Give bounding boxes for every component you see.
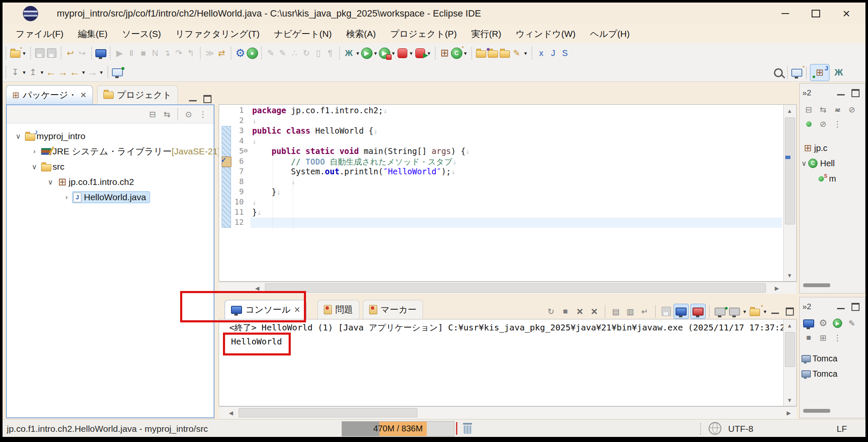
menu-source[interactable]: ソース(S) [115,25,168,42]
outline-minimize-button[interactable] [834,87,848,98]
new-wizard-button[interactable]: * [9,45,21,61]
scroll-right-icon[interactable]: ▶ [783,407,795,419]
forward-icon[interactable]: → [86,64,98,80]
tree-item-project[interactable]: ∨ J myproj_intro [7,129,214,144]
outline-item-method[interactable]: S m [800,171,865,186]
expander-icon[interactable]: ∨ [13,132,24,141]
tree-item-package[interactable]: ∨ ⊞ jp.co.f1.intro.ch2 [7,174,214,190]
tab-problems[interactable]: 問題 [317,300,359,319]
view-menu-icon[interactable]: ⋮ [830,330,845,345]
forward-dropdown[interactable]: ▾ [98,64,104,80]
show-on-stderr-icon[interactable] [690,304,706,319]
view-minimize-button[interactable] [186,93,200,104]
relaunch-icon[interactable]: ↻ [544,304,558,319]
step-filters-icon[interactable]: ≫ [204,45,216,61]
console-view[interactable]: <終了> HelloWorld (1) [Java アプリケーション] C:¥u… [219,319,797,406]
remove-all-launches-icon[interactable]: × [587,304,601,319]
next-annotation-icon[interactable]: ↧ [9,64,21,80]
tab-close-icon[interactable]: × [81,89,86,101]
format-brush-icon[interactable]: ✎ [277,45,289,61]
menu-file[interactable]: ファイル(F) [8,25,71,42]
outline-item-package[interactable]: ⊞ jp.c [800,140,865,156]
search-icon[interactable] [772,65,784,80]
clear-console-icon[interactable]: ▤ [609,304,623,319]
tab-package-explorer[interactable]: ⊞ パッケージ・ × [6,85,93,104]
servers-maximize-button[interactable] [848,301,862,312]
view-menu-icon[interactable]: ⋮ [830,117,845,131]
profile-button[interactable]: ▶ [414,45,426,61]
step-into-icon[interactable]: ↴ [161,45,173,61]
close-button[interactable]: × [837,5,856,22]
remove-launch-icon[interactable]: × [573,304,587,319]
scroll-lock-icon[interactable]: ▥ [623,304,637,319]
tab-project-explorer[interactable]: プロジェクト [97,85,178,104]
menu-run[interactable]: 実行(R) [464,25,509,42]
resume-icon[interactable]: ▶ [114,45,125,61]
pin-editor-icon[interactable]: ● [111,64,123,80]
run-dropdown[interactable]: ▾ [373,45,378,61]
scroll-up-icon[interactable]: ▲ [784,105,796,117]
scroll-left-icon[interactable]: ◀ [225,407,237,419]
debug-perspective-button[interactable]: Ж [829,64,848,81]
show-on-stdout-icon[interactable] [673,304,689,319]
sort-az-icon[interactable]: az [830,102,845,117]
menu-refactor[interactable]: リファクタリング(T) [168,25,267,42]
highlighter-pen-icon[interactable]: ✎ [511,45,523,61]
open-perspective-icon[interactable]: * [791,65,803,80]
pin-console-icon[interactable]: ● [713,304,727,319]
maximize-button[interactable] [806,5,826,22]
suspend-icon[interactable]: Ⅱ [125,45,137,61]
selected-file[interactable]: J HelloWorld.java [72,191,150,203]
disconnect-icon[interactable]: N [149,45,161,61]
console-vertical-scrollbar[interactable]: ▲ ▼ [783,319,796,406]
hide-local-types-icon[interactable]: ⊘ [816,117,830,131]
new-class-button[interactable]: C* [451,45,462,61]
last-edit-location-icon[interactable]: ← [45,64,57,80]
java-editor[interactable]: 1package jp.co.f1.intro.ch2;↓ 2↓ 3public… [219,104,797,282]
stop-dropdown[interactable]: ▾ [408,45,414,61]
export-folder-icon[interactable] [499,45,511,61]
new-java-file-button[interactable]: J [547,45,559,61]
save-button[interactable] [34,45,46,61]
heap-monitor[interactable]: 470M / 836M [342,421,454,436]
highlighter-dropdown[interactable]: ▾ [523,45,529,61]
relaun-tool-icon[interactable]: ✎ [265,45,277,61]
back-dropdown[interactable]: ▾ [81,64,86,80]
expander-icon[interactable]: ∨ [29,162,40,171]
tab-markers[interactable]: マーカー [363,300,423,319]
tree-item-src[interactable]: ∨ src [7,159,214,174]
display-console-icon[interactable] [727,304,742,319]
save-all-button[interactable] [46,45,58,61]
scroll-down-icon[interactable]: ▼ [784,269,796,281]
java-perspective-button[interactable]: ⊞●J [810,64,829,81]
editor-vertical-scrollbar[interactable]: ▲ ▼ [783,105,796,281]
debug-dropdown[interactable]: ▾ [355,45,361,61]
sash-handle[interactable] [803,409,830,413]
tree-item-helloworld[interactable]: › J HelloWorld.java [7,190,214,205]
servers-minimize-button[interactable] [834,301,848,312]
console-minimize-button[interactable] [768,306,782,317]
expander-icon[interactable]: ∨ [45,178,56,187]
boot-dashboard-icon[interactable]: ● [246,45,258,61]
view-menu-icon[interactable]: ⋮ [196,107,210,121]
expander-icon[interactable]: ∨ [800,159,808,168]
scroll-up-icon[interactable]: ▲ [784,319,796,331]
collapse-all-icon[interactable]: ⊟ [801,102,816,117]
settings-gear-icon[interactable]: ⚙ [234,45,246,61]
menu-project[interactable]: プロジェクト(P) [383,25,464,42]
doc-refresh-icon[interactable]: ↻ [300,45,312,61]
undo-icon[interactable]: ↩ [64,45,76,61]
menu-window[interactable]: ウィンドウ(W) [509,25,583,42]
scroll-down-icon[interactable]: ▼ [784,394,796,406]
view-maximize-button[interactable] [200,93,214,104]
new-sql-file-button[interactable]: S [559,45,571,61]
previous-annotation-icon[interactable]: ↥ [27,64,39,80]
link-with-editor-icon[interactable]: ⇆ [160,107,174,121]
minimize-button[interactable] [776,5,795,22]
outline-maximize-button[interactable] [848,87,862,98]
new-wizard-dropdown[interactable]: ▾ [21,45,27,61]
import-folder-icon[interactable]: ● [487,45,499,61]
server-item-tomcat-2[interactable]: Tomca [800,366,865,381]
sash-handle[interactable] [803,283,830,287]
console-horizontal-scrollbar[interactable]: ◀ ▶ [219,406,796,419]
